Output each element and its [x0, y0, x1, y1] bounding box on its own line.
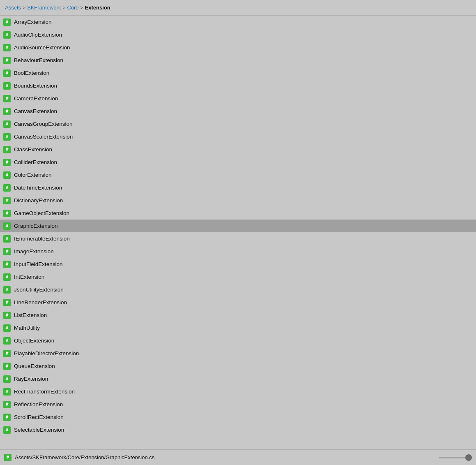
- list-item[interactable]: #GraphicExtension: [0, 220, 476, 232]
- list-item[interactable]: #ClassExtension: [0, 143, 476, 156]
- cs-script-icon: #: [3, 197, 11, 204]
- cs-script-icon: #: [3, 235, 11, 243]
- list-item[interactable]: #ArrayExtension: [0, 16, 476, 28]
- status-cs-icon: #: [4, 454, 11, 461]
- item-name: GraphicExtension: [14, 223, 58, 229]
- breadcrumb-bar: Assets > SKFramework > Core > Extension: [0, 0, 476, 16]
- item-name: RectTransformExtension: [14, 389, 75, 395]
- item-name: InputFieldExtension: [14, 261, 63, 267]
- item-name: ScrollRectExtension: [14, 414, 64, 420]
- item-name: CameraExtension: [14, 95, 58, 102]
- item-name: ArrayExtension: [14, 19, 52, 25]
- breadcrumb-skframework[interactable]: SKFramework: [27, 5, 61, 11]
- list-item[interactable]: #InputFieldExtension: [0, 258, 476, 271]
- item-name: CanvasExtension: [14, 108, 57, 114]
- slider-track[interactable]: [439, 457, 472, 458]
- list-item[interactable]: #DateTimeExtension: [0, 181, 476, 194]
- cs-script-icon: #: [3, 350, 11, 357]
- cs-script-icon: #: [3, 324, 11, 332]
- cs-script-icon: #: [3, 261, 11, 268]
- item-name: QueueExtension: [14, 363, 55, 369]
- list-item[interactable]: #QueueExtension: [0, 360, 476, 372]
- item-name: RayExtension: [14, 376, 48, 382]
- list-item[interactable]: #ReflectionExtension: [0, 398, 476, 411]
- list-item[interactable]: #IntExtension: [0, 271, 476, 283]
- item-name: DictionaryExtension: [14, 197, 63, 204]
- item-name: ImageExtension: [14, 248, 54, 254]
- cs-script-icon: #: [3, 171, 11, 179]
- breadcrumb-sep-2: >: [62, 5, 65, 11]
- list-item[interactable]: #PlayableDirectorExtension: [0, 347, 476, 360]
- item-name: DateTimeExtension: [14, 185, 62, 191]
- cs-script-icon: #: [3, 31, 11, 39]
- item-name: ObjectExtension: [14, 338, 54, 344]
- item-name: AudioClipExtension: [14, 32, 62, 38]
- list-item[interactable]: #BehaviourExtension: [0, 54, 476, 67]
- cs-script-icon: #: [3, 375, 11, 383]
- cs-script-icon: #: [3, 210, 11, 217]
- cs-script-icon: #: [3, 69, 11, 77]
- cs-script-icon: #: [3, 44, 11, 51]
- slider-thumb[interactable]: [465, 454, 472, 461]
- status-bar: # Assets/SKFramework/Core/Extension/Grap…: [0, 449, 476, 465]
- breadcrumb-current: Extension: [85, 5, 110, 11]
- list-item[interactable]: #BoundsExtension: [0, 79, 476, 92]
- cs-script-icon: #: [3, 57, 11, 64]
- cs-script-icon: #: [3, 286, 11, 294]
- item-name: MathUtility: [14, 325, 40, 331]
- list-item[interactable]: #RayExtension: [0, 372, 476, 385]
- list-item[interactable]: #ColliderExtension: [0, 156, 476, 169]
- cs-script-icon: #: [3, 248, 11, 255]
- breadcrumb: Assets > SKFramework > Core > Extension: [5, 5, 110, 11]
- cs-script-icon: #: [3, 222, 11, 230]
- breadcrumb-core[interactable]: Core: [67, 5, 78, 11]
- list-item[interactable]: #CanvasGroupExtension: [0, 118, 476, 130]
- list-item[interactable]: #ListExtension: [0, 309, 476, 322]
- cs-script-icon: #: [3, 120, 11, 128]
- cs-script-icon: #: [3, 312, 11, 319]
- breadcrumb-sep-1: >: [23, 5, 25, 11]
- file-list[interactable]: #ArrayExtension#AudioClipExtension#Audio…: [0, 16, 476, 449]
- list-item[interactable]: #ImageExtension: [0, 245, 476, 258]
- item-name: AudioSourceExtension: [14, 44, 70, 51]
- item-name: ListExtension: [14, 312, 47, 318]
- list-item[interactable]: #CameraExtension: [0, 92, 476, 105]
- cs-script-icon: #: [3, 19, 11, 26]
- list-item[interactable]: #ColorExtension: [0, 169, 476, 181]
- item-name: IntExtension: [14, 274, 44, 280]
- list-item[interactable]: #GameObjectExtension: [0, 207, 476, 220]
- item-name: ColliderExtension: [14, 159, 57, 165]
- list-item[interactable]: #MathUtility: [0, 322, 476, 334]
- item-name: IEnumerableExtension: [14, 236, 70, 242]
- list-item[interactable]: #DictionaryExtension: [0, 194, 476, 207]
- breadcrumb-assets[interactable]: Assets: [5, 5, 21, 11]
- item-name: CanvasScalerExtension: [14, 134, 73, 140]
- list-item[interactable]: #CanvasExtension: [0, 105, 476, 118]
- item-name: JsonUtilityExtension: [14, 287, 64, 293]
- list-item[interactable]: #IEnumerableExtension: [0, 232, 476, 245]
- list-item[interactable]: #ObjectExtension: [0, 334, 476, 347]
- cs-script-icon: #: [3, 146, 11, 153]
- cs-script-icon: #: [3, 95, 11, 102]
- list-item[interactable]: #RectTransformExtension: [0, 385, 476, 398]
- cs-script-icon: #: [3, 337, 11, 345]
- item-name: GameObjectExtension: [14, 210, 69, 216]
- list-item[interactable]: #JsonUtilityExtension: [0, 283, 476, 296]
- cs-script-icon: #: [3, 82, 11, 90]
- list-item[interactable]: #SelectableExtension: [0, 423, 476, 436]
- list-item[interactable]: #AudioSourceExtension: [0, 41, 476, 54]
- item-name: SelectableExtension: [14, 427, 64, 433]
- cs-script-icon: #: [3, 184, 11, 192]
- content-area: #ArrayExtension#AudioClipExtension#Audio…: [0, 16, 476, 449]
- cs-script-icon: #: [3, 363, 11, 370]
- item-name: BoolExtension: [14, 70, 49, 76]
- list-item[interactable]: #ScrollRectExtension: [0, 411, 476, 423]
- cs-script-icon: #: [3, 401, 11, 408]
- item-name: PlayableDirectorExtension: [14, 350, 79, 356]
- list-item[interactable]: #CanvasScalerExtension: [0, 130, 476, 143]
- list-item[interactable]: #BoolExtension: [0, 67, 476, 79]
- list-item[interactable]: #LineRenderExtension: [0, 296, 476, 309]
- list-item[interactable]: #AudioClipExtension: [0, 28, 476, 41]
- item-name: ColorExtension: [14, 172, 52, 178]
- item-name: BehaviourExtension: [14, 57, 63, 63]
